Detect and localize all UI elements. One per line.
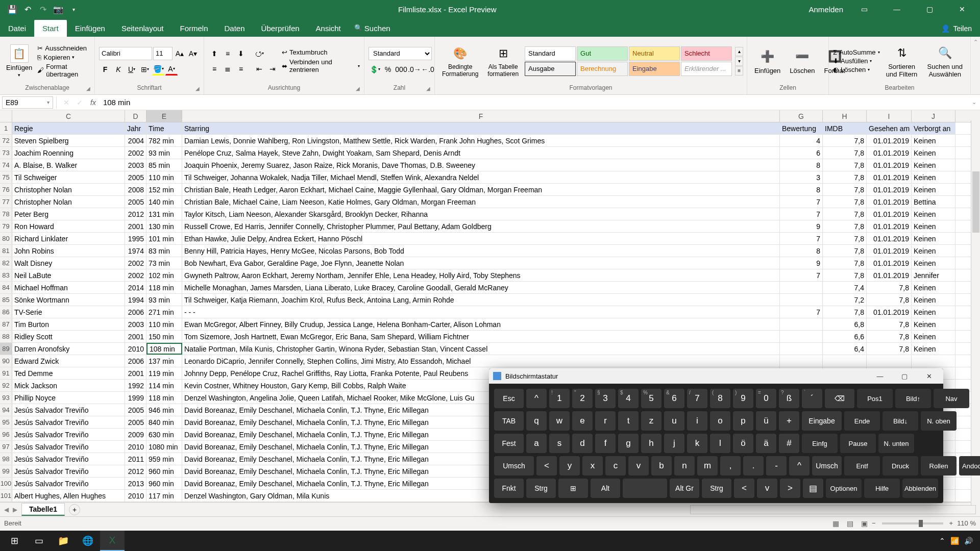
osk-nav-key[interactable]: Pos1 [857, 389, 893, 408]
osk-key[interactable]: ü [756, 411, 776, 431]
decrease-font-icon[interactable]: A▾ [187, 47, 199, 60]
tab-layout[interactable]: Seitenlayout [113, 20, 172, 37]
cell[interactable]: 110 min [146, 318, 182, 330]
cell[interactable]: 6,8 [823, 318, 867, 330]
row-header[interactable]: 87 [0, 318, 12, 330]
row-header[interactable]: 95 [0, 416, 12, 428]
cell[interactable]: Christopher Nolan [12, 184, 125, 195]
osk-key[interactable]: f [595, 434, 616, 453]
cell[interactable]: 7,8 [823, 147, 867, 159]
excel-taskbar-icon[interactable]: X [100, 531, 125, 551]
clear-button[interactable]: ◐Löschen▾ [833, 66, 880, 73]
tray-chevron-icon[interactable]: ⌃ [939, 537, 945, 545]
cell[interactable]: Jesús Salvador Treviño [12, 404, 125, 416]
cell[interactable]: 4 [780, 135, 823, 146]
cell[interactable]: Ron Howard [12, 220, 125, 232]
osk-key[interactable]: 4$ [618, 389, 639, 408]
tab-start[interactable]: Start [34, 20, 67, 37]
col-header-c[interactable]: C [12, 110, 125, 122]
osk-key[interactable]: 5% [641, 389, 662, 408]
osk-key[interactable]: g [618, 434, 639, 453]
osk-key[interactable]: 1! [549, 389, 570, 408]
styles-up-icon[interactable]: ▴ [735, 47, 743, 56]
tab-review[interactable]: Überprüfen [253, 20, 308, 37]
osk-key[interactable]: Fnkt [494, 479, 524, 498]
cell[interactable] [912, 355, 955, 367]
osk-key[interactable]: v [628, 456, 649, 475]
cell[interactable]: 7,8 [823, 269, 867, 281]
font-launcher-icon[interactable]: ◢ [195, 86, 200, 91]
align-top-icon[interactable]: ⬆ [208, 47, 220, 60]
header-verborgt[interactable]: Verborgt an [912, 122, 955, 134]
conditional-format-button[interactable]: 🎨 Bedingte Formatierung [439, 43, 481, 78]
header-starring[interactable]: Starring [182, 122, 780, 134]
zoom-slider[interactable] [882, 522, 943, 524]
cell[interactable]: 8 [780, 184, 823, 195]
cell[interactable]: 7,8 [867, 331, 912, 342]
cell[interactable]: 2001 [125, 367, 146, 379]
osk-key[interactable]: TAB [494, 411, 524, 431]
osk-key[interactable]: r [595, 411, 616, 431]
cell[interactable]: 2002 [125, 257, 146, 269]
cell[interactable]: 152 min [146, 184, 182, 195]
cell[interactable]: 2006 [125, 306, 146, 318]
style-standard[interactable]: Standard [525, 46, 576, 61]
osk-key[interactable]: < [734, 479, 754, 498]
tab-insert[interactable]: Einfügen [67, 20, 113, 37]
percent-icon[interactable]: % [382, 63, 394, 76]
thousands-icon[interactable]: 000 [395, 63, 407, 76]
osk-close-icon[interactable]: ✕ [919, 369, 939, 383]
cell[interactable]: Keinen [912, 135, 955, 146]
cell[interactable]: 2010 [125, 490, 146, 502]
osk-key[interactable]: Eingabe [802, 411, 842, 431]
cut-button[interactable]: ✂Ausschneiden [37, 44, 90, 52]
cell[interactable]: 117 min [146, 490, 182, 502]
cell[interactable]: Steven Spielberg [12, 135, 125, 146]
cell[interactable]: Taylor Kitsch, Liam Neeson, Alexander Sk… [182, 208, 780, 220]
tab-file[interactable]: Datei [0, 20, 34, 37]
osk-key[interactable]: ^ [789, 456, 810, 475]
cell[interactable]: 2010 [125, 343, 146, 355]
increase-font-icon[interactable]: A▴ [174, 47, 186, 60]
cell[interactable]: 2006 [125, 355, 146, 367]
cell[interactable]: Albert Hughes, Allen Hughes [12, 490, 125, 502]
currency-icon[interactable]: 💲▾ [369, 63, 381, 76]
cell[interactable]: 130 min [146, 220, 182, 232]
cell[interactable]: John Robins [12, 245, 125, 257]
osk-key[interactable]: a [526, 434, 547, 453]
cell[interactable]: 2005 [125, 171, 146, 183]
header-regie[interactable]: Regie [12, 122, 125, 134]
decrease-indent-icon[interactable]: ⇤ [253, 63, 265, 75]
osk-key[interactable]: . [743, 456, 764, 475]
touch-icon[interactable]: 📷 [52, 3, 64, 15]
page-break-view-icon[interactable]: ▣ [857, 518, 872, 529]
start-menu-icon[interactable]: ⊞ [2, 531, 27, 551]
cell[interactable]: 85 min [146, 159, 182, 171]
cell[interactable]: 2009 [125, 429, 146, 440]
osk-key[interactable]: Fest [494, 434, 524, 453]
osk-key[interactable]: > [780, 479, 800, 498]
tab-data[interactable]: Daten [216, 20, 253, 37]
zoom-out-icon[interactable]: − [872, 519, 876, 527]
osk-key[interactable]: i [687, 411, 707, 431]
cell[interactable]: 2005 [125, 196, 146, 208]
row-header[interactable]: 94 [0, 404, 12, 416]
orientation-icon[interactable]: ⭯▾ [253, 47, 265, 60]
row-header[interactable]: 99 [0, 465, 12, 477]
cell[interactable]: 2001 [125, 331, 146, 342]
cell[interactable]: 960 min [146, 478, 182, 489]
cell[interactable]: 7,8 [823, 257, 867, 269]
cell[interactable]: 101 min [146, 233, 182, 244]
header-imdb[interactable]: IMDB [823, 122, 867, 134]
cell[interactable]: 7,8 [823, 196, 867, 208]
sheet-nav-prev-icon[interactable]: ◀ [4, 506, 9, 513]
cell[interactable]: Mick Jackson [12, 380, 125, 391]
vertical-scrollbar[interactable] [971, 120, 980, 513]
undo-icon[interactable]: ↶ [21, 3, 34, 15]
row-header[interactable]: 79 [0, 220, 12, 232]
cell[interactable]: 1995 [125, 233, 146, 244]
increase-indent-icon[interactable]: ⇥ [266, 63, 279, 75]
cell[interactable]: 7,2 [823, 294, 867, 306]
style-schlecht[interactable]: Schlecht [681, 46, 732, 61]
cell[interactable]: Keinen [912, 257, 955, 269]
